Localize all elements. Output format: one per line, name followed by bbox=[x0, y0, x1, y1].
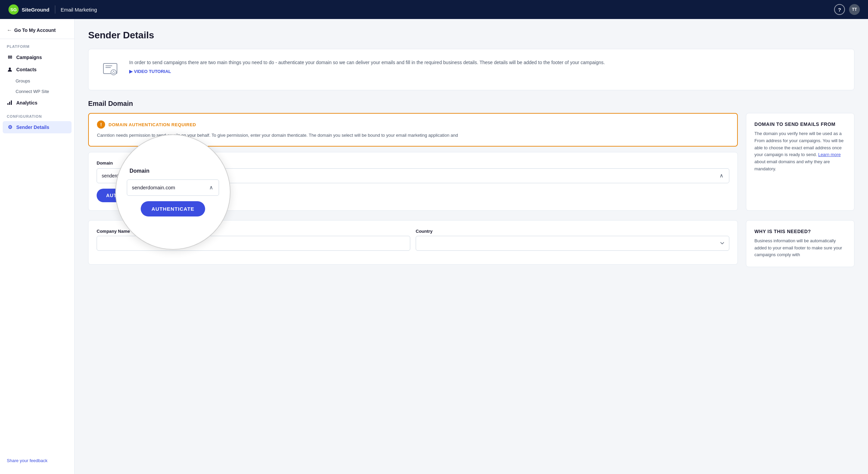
magnifier-domain-label: Domain bbox=[130, 168, 150, 174]
contacts-icon bbox=[7, 67, 13, 73]
svg-point-9 bbox=[111, 70, 116, 75]
sidebar-item-groups[interactable]: Groups bbox=[0, 76, 74, 86]
domain-right-title: DOMAIN TO SEND EMAILS FROM bbox=[754, 121, 846, 127]
analytics-label: Analytics bbox=[16, 100, 37, 106]
alert-title: DOMAIN AUTHENTICATION REQUIRED bbox=[108, 122, 196, 127]
topnav: SG SiteGround Email Marketing ? TT bbox=[0, 0, 868, 19]
company-right-panel: WHY IS THIS NEEDED? Business information… bbox=[746, 220, 854, 267]
domain-right-text: The domain you verify here will be used … bbox=[754, 130, 846, 173]
alert-warning-icon: ! bbox=[97, 120, 105, 129]
magnifier-chevron-icon[interactable]: ∧ bbox=[204, 179, 219, 196]
magnifier-input-wrap: ∧ bbox=[127, 179, 219, 196]
analytics-icon bbox=[7, 100, 13, 106]
logo-text: SiteGround bbox=[22, 7, 50, 13]
country-select[interactable] bbox=[416, 236, 729, 251]
alert-header: ! DOMAIN AUTHENTICATION REQUIRED bbox=[97, 120, 729, 129]
svg-text:SG: SG bbox=[11, 7, 17, 12]
logo[interactable]: SG SiteGround bbox=[8, 4, 50, 15]
nav-divider bbox=[55, 5, 55, 14]
siteground-logo-icon: SG bbox=[8, 4, 19, 15]
back-to-account[interactable]: ← Go To My Account bbox=[0, 24, 74, 39]
sidebar-item-campaigns[interactable]: ✉ Campaigns bbox=[0, 51, 74, 63]
main-content: Sender Details In order to send campaign… bbox=[75, 19, 868, 474]
campaigns-icon: ✉ bbox=[7, 54, 13, 60]
info-card-icon bbox=[99, 59, 121, 80]
help-button[interactable]: ? bbox=[834, 4, 845, 15]
back-arrow-icon: ← bbox=[7, 27, 12, 33]
sender-details-icon: ⚙ bbox=[7, 124, 13, 130]
magnifier-overlay: Domain ∧ AUTHENTICATE bbox=[115, 134, 231, 250]
video-tutorial-link[interactable]: ▶ VIDEO TUTORIAL bbox=[129, 69, 171, 74]
campaigns-label: Campaigns bbox=[16, 55, 42, 60]
back-label: Go To My Account bbox=[14, 27, 56, 33]
magnifier-content: Domain ∧ AUTHENTICATE bbox=[116, 135, 230, 249]
config-section-label: CONFIGURATION bbox=[0, 109, 74, 121]
domain-chevron-icon[interactable]: ∧ bbox=[714, 168, 729, 183]
svg-point-2 bbox=[9, 68, 11, 70]
magnifier-domain-input[interactable] bbox=[127, 185, 204, 190]
svg-rect-7 bbox=[105, 65, 112, 66]
learn-more-link[interactable]: Learn more bbox=[818, 152, 841, 157]
domain-right-panel: DOMAIN TO SEND EMAILS FROM The domain yo… bbox=[746, 113, 854, 211]
info-card-text: In order to send campaigns there are two… bbox=[129, 59, 605, 66]
svg-rect-4 bbox=[9, 102, 10, 105]
sidebar: ← Go To My Account PLATFORM ✉ Campaigns … bbox=[0, 19, 75, 474]
company-right-text: Business information will be automatical… bbox=[754, 238, 846, 259]
sender-details-label: Sender Details bbox=[16, 125, 49, 130]
sidebar-item-contacts[interactable]: Contacts bbox=[0, 63, 74, 76]
main-layout: ← Go To My Account PLATFORM ✉ Campaigns … bbox=[0, 19, 868, 474]
country-group: Country bbox=[416, 229, 729, 251]
groups-label: Groups bbox=[16, 78, 30, 83]
company-right-title: WHY IS THIS NEEDED? bbox=[754, 229, 846, 234]
sidebar-item-analytics[interactable]: Analytics bbox=[0, 97, 74, 109]
app-name: Email Marketing bbox=[61, 7, 97, 13]
country-label: Country bbox=[416, 229, 729, 234]
video-tutorial-label: VIDEO TUTORIAL bbox=[134, 69, 171, 74]
svg-point-10 bbox=[113, 71, 114, 72]
feedback-link[interactable]: Share your feedback bbox=[0, 453, 74, 469]
nav-right: ? TT bbox=[834, 4, 860, 15]
play-icon: ▶ bbox=[129, 69, 133, 74]
sidebar-item-sender-details[interactable]: ⚙ Sender Details bbox=[3, 121, 72, 133]
svg-rect-3 bbox=[7, 103, 8, 105]
magnifier-authenticate-button[interactable]: AUTHENTICATE bbox=[141, 201, 205, 216]
page-title: Sender Details bbox=[88, 30, 854, 41]
svg-rect-8 bbox=[105, 67, 111, 68]
user-avatar[interactable]: TT bbox=[849, 4, 860, 15]
email-domain-title: Email Domain bbox=[88, 100, 854, 108]
platform-section-label: PLATFORM bbox=[0, 44, 74, 51]
svg-rect-5 bbox=[11, 100, 12, 105]
contacts-label: Contacts bbox=[16, 67, 37, 72]
connect-wp-label: Connect WP Site bbox=[16, 89, 49, 94]
info-card: In order to send campaigns there are two… bbox=[88, 49, 854, 90]
sidebar-item-connect-wp[interactable]: Connect WP Site bbox=[0, 86, 74, 97]
